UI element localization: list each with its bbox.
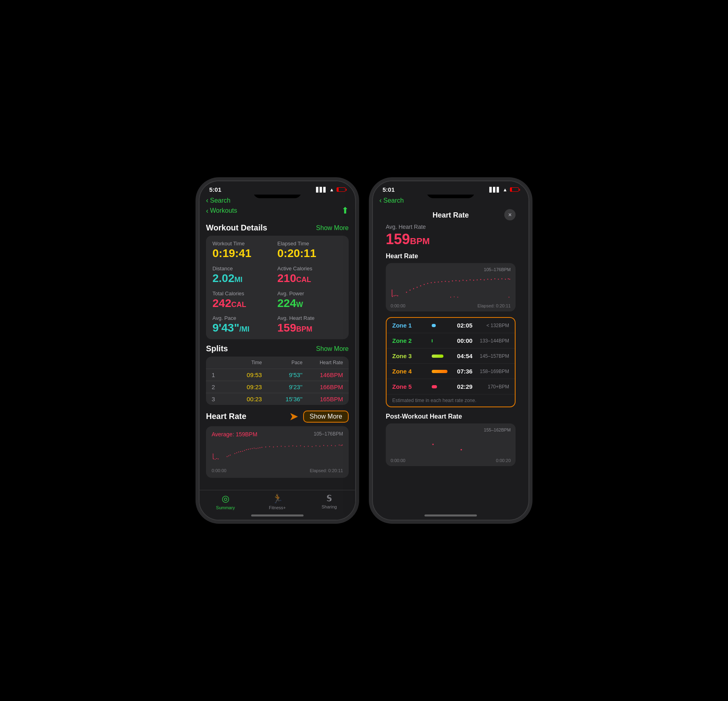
hr-chart-bottom-right: 0:00:00 Elapsed: 0:20:11 bbox=[391, 303, 511, 308]
hr-show-more-btn[interactable]: Show More bbox=[303, 411, 349, 423]
stat-avg-pace: Avg. Pace 9'43"/MI bbox=[212, 315, 277, 334]
svg-point-27 bbox=[285, 446, 285, 447]
svg-point-1 bbox=[214, 459, 215, 460]
tab-summary[interactable]: ◎ Summary bbox=[200, 494, 252, 510]
zone2-bpm: 133–144BPM bbox=[477, 338, 509, 344]
svg-point-56 bbox=[431, 282, 432, 283]
splits-num-3: 3 bbox=[212, 396, 221, 402]
svg-point-37 bbox=[323, 445, 324, 446]
zone2-bar-wrap bbox=[432, 339, 453, 342]
svg-point-64 bbox=[459, 280, 460, 282]
zone5-bpm: 170+BPM bbox=[477, 384, 509, 390]
svg-point-72 bbox=[487, 279, 489, 280]
stats-grid: Workout Time 0:19:41 Elapsed Time 0:20:1… bbox=[212, 241, 342, 334]
battery-icon-right bbox=[510, 187, 519, 192]
modal-header: Heart Rate × bbox=[379, 205, 522, 224]
svg-point-68 bbox=[473, 280, 474, 281]
post-hr-svg bbox=[391, 432, 511, 456]
svg-point-13 bbox=[246, 449, 247, 450]
zone1-bar-wrap bbox=[432, 324, 453, 327]
svg-rect-44 bbox=[213, 454, 213, 459]
hr-chart-svg-right bbox=[391, 274, 511, 302]
svg-point-85 bbox=[432, 444, 434, 445]
svg-point-66 bbox=[466, 280, 467, 281]
phone-right-content: Heart Rate × Avg. Heart Rate 159BPM Hear… bbox=[373, 205, 528, 520]
svg-point-31 bbox=[300, 446, 301, 446]
svg-point-63 bbox=[456, 280, 457, 281]
zone5-time: 02:29 bbox=[456, 383, 474, 390]
orange-arrow-icon: ➤ bbox=[289, 410, 298, 423]
stat-active-cal-label: Active Calories bbox=[277, 265, 342, 272]
svg-point-17 bbox=[254, 448, 254, 448]
zones-container: Zone 1 02:05 < 132BPM Zone 2 00:00 133–1… bbox=[386, 317, 516, 407]
workout-details-show-more[interactable]: Show More bbox=[316, 224, 349, 232]
splits-col-hr: Heart Rate bbox=[304, 360, 343, 365]
stat-avg-hr: Avg. Heart Rate 159BPM bbox=[277, 315, 342, 334]
post-hr-time-start: 0:00:00 bbox=[391, 458, 406, 463]
tab-fitness[interactable]: 🏃 Fitness+ bbox=[252, 494, 304, 510]
svg-point-82 bbox=[454, 297, 455, 297]
stat-distance-value: 2.02MI bbox=[212, 272, 277, 285]
svg-point-5 bbox=[228, 456, 229, 456]
svg-point-19 bbox=[258, 448, 258, 448]
svg-point-39 bbox=[331, 445, 332, 446]
post-workout-label: Post-Workout Heart Rate bbox=[386, 413, 516, 420]
splits-pace-1: 9'53'' bbox=[264, 371, 303, 378]
svg-point-32 bbox=[304, 446, 305, 447]
svg-point-73 bbox=[491, 279, 492, 280]
splits-time-3: 00:23 bbox=[223, 396, 262, 402]
svg-point-54 bbox=[424, 284, 425, 285]
splits-pace-2: 9'23'' bbox=[264, 384, 303, 390]
zone5-bar-wrap bbox=[432, 385, 453, 388]
hr-section-label: Heart Rate bbox=[386, 253, 516, 260]
share-icon[interactable]: ⬆ bbox=[341, 205, 349, 216]
splits-title: Splits bbox=[206, 344, 228, 353]
stat-avg-power-value: 224W bbox=[277, 297, 342, 310]
status-bar-left: 5:01 ▋▋▋ ▲ bbox=[200, 181, 355, 195]
close-modal-btn[interactable]: × bbox=[504, 209, 516, 220]
svg-point-25 bbox=[277, 446, 278, 447]
stat-total-cal-label: Total Calories bbox=[212, 290, 277, 297]
splits-row-3: 3 00:23 15'36'' 165BPM bbox=[206, 393, 349, 405]
phone-left-content: Workout Details Show More Workout Time 0… bbox=[200, 218, 355, 490]
zone4-bpm: 158–169BPM bbox=[477, 369, 509, 374]
hr-chart-left bbox=[212, 442, 343, 466]
heart-rate-title: Heart Rate bbox=[206, 412, 246, 421]
svg-point-20 bbox=[260, 447, 260, 448]
phone-left: 5:01 ▋▋▋ ▲ ‹ Search ‹ Workouts ⬆ Workout… bbox=[199, 180, 356, 521]
stat-avg-hr-label: Avg. Heart Rate bbox=[277, 315, 342, 321]
svg-point-70 bbox=[480, 279, 481, 280]
svg-point-52 bbox=[416, 287, 418, 288]
back-label-left: Search bbox=[210, 197, 231, 204]
svg-point-71 bbox=[484, 279, 485, 280]
svg-point-21 bbox=[261, 447, 262, 448]
hr-detail-section: Avg. Heart Rate 159BPM Heart Rate 105–17… bbox=[379, 224, 522, 471]
zone1-bar bbox=[432, 324, 436, 327]
splits-hr-2: 166BPM bbox=[304, 384, 343, 390]
zone-row-5: Zone 5 02:29 170+BPM bbox=[387, 379, 515, 394]
fitness-tab-label: Fitness+ bbox=[269, 505, 286, 510]
post-hr-chart: 155–162BPM 0:00:00 0:00:20 bbox=[386, 423, 516, 466]
zone1-time: 02:05 bbox=[456, 322, 474, 329]
zone2-bar bbox=[432, 339, 433, 342]
modal-title: Heart Rate bbox=[433, 211, 469, 220]
splits-show-more[interactable]: Show More bbox=[316, 345, 349, 353]
svg-point-59 bbox=[441, 281, 443, 282]
svg-point-51 bbox=[413, 288, 414, 289]
zone-row-3: Zone 3 04:54 145–157BPM bbox=[387, 348, 515, 364]
svg-point-50 bbox=[410, 290, 411, 291]
workout-stats-card: Workout Time 0:19:41 Elapsed Time 0:20:1… bbox=[206, 236, 349, 339]
zone4-bar bbox=[432, 370, 447, 373]
svg-point-8 bbox=[236, 452, 237, 453]
workouts-chevron: ‹ bbox=[206, 207, 208, 215]
svg-point-34 bbox=[312, 446, 312, 447]
svg-point-33 bbox=[308, 446, 309, 447]
svg-point-79 bbox=[509, 279, 510, 280]
svg-point-43 bbox=[342, 445, 343, 446]
stat-elapsed-time-label: Elapsed Time bbox=[277, 241, 342, 247]
tab-sharing[interactable]: 𝕊 Sharing bbox=[303, 494, 355, 510]
svg-point-30 bbox=[296, 446, 297, 447]
stat-workout-time: Workout Time 0:19:41 bbox=[212, 241, 277, 260]
workouts-back-btn[interactable]: ‹ Workouts bbox=[206, 207, 237, 215]
zone-note: Estimated time in each heart rate zone. bbox=[387, 394, 515, 406]
